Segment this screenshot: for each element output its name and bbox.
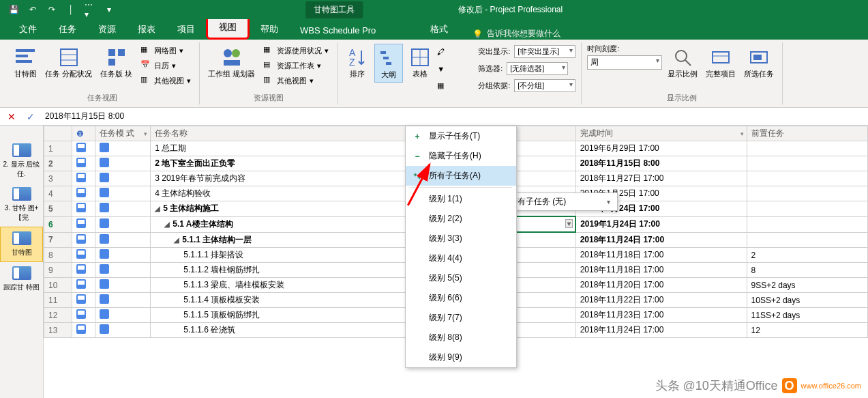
- calendar-button[interactable]: 📅日历▾: [138, 59, 194, 72]
- row-number[interactable]: 3: [44, 171, 72, 186]
- finish-cell[interactable]: 2019年1月24日 17:00: [575, 216, 747, 232]
- chevron-down-icon[interactable]: ▾: [740, 130, 744, 137]
- col-info[interactable]: ❶: [72, 126, 95, 141]
- task-usage-button[interactable]: 任务 分配状况: [42, 44, 95, 81]
- tab-project[interactable]: 项目: [166, 19, 206, 40]
- qat-dropdown-icon[interactable]: ▾: [104, 4, 115, 15]
- menu-level-2[interactable]: 级别 2(2): [406, 209, 516, 229]
- task-name-cell[interactable]: ◢5.1.1 主体结构一层: [151, 232, 427, 248]
- other-views2-button[interactable]: ▥其他视图▾: [260, 74, 331, 87]
- row-number[interactable]: 2: [44, 156, 72, 171]
- col-mode[interactable]: 任务模 式▾: [95, 126, 151, 141]
- group-field[interactable]: ▦分组依据:[不分组]: [437, 79, 575, 92]
- predecessor-cell[interactable]: [747, 171, 867, 186]
- finish-cell[interactable]: 2018年11月15日 8:00: [575, 156, 747, 171]
- predecessor-cell[interactable]: 11SS+2 days: [747, 308, 867, 323]
- row-number[interactable]: 8: [44, 248, 72, 263]
- finish-cell[interactable]: 2018年11月22日 17:00: [575, 293, 747, 308]
- finish-cell[interactable]: 2018年11月24日 17:00: [575, 323, 747, 338]
- entire-project-button[interactable]: 完整项目: [703, 44, 738, 81]
- predecessor-cell[interactable]: [747, 156, 867, 171]
- sidenav-item-tracking[interactable]: 跟踪甘 特图: [0, 262, 43, 296]
- menu-level-7[interactable]: 级别 7(7): [406, 308, 516, 328]
- menu-level-9[interactable]: 级别 9(9): [406, 347, 516, 367]
- menu-hide-subtasks[interactable]: −隐藏子任务(H): [406, 146, 516, 166]
- network-diagram-button[interactable]: ▦网络图▾: [138, 44, 194, 57]
- menu-level-5[interactable]: 级别 5(5): [406, 268, 516, 288]
- finish-cell[interactable]: 2018年11月20日 17:00: [575, 278, 747, 293]
- col-finish[interactable]: 完成时间▾: [575, 126, 747, 141]
- row-number[interactable]: 6: [44, 216, 72, 232]
- predecessor-cell[interactable]: [747, 141, 867, 156]
- row-number[interactable]: 7: [44, 232, 72, 248]
- menu-level-8[interactable]: 级别 8(8): [406, 328, 516, 347]
- save-icon[interactable]: 💾: [8, 4, 19, 15]
- other-views-button[interactable]: ▥其他视图▾: [138, 74, 194, 87]
- task-name-cell[interactable]: ◢5 主体结构施工: [151, 201, 427, 217]
- tell-me-search[interactable]: 💡 告诉我你想要做什么: [473, 28, 560, 40]
- sidenav-item-2[interactable]: 3. 甘特 图+【完: [0, 183, 43, 227]
- gantt-chart-button[interactable]: 甘特图: [11, 44, 40, 81]
- tab-task[interactable]: 任务: [48, 19, 87, 40]
- task-name-cell[interactable]: 2 地下室全面出正负零: [151, 156, 427, 171]
- row-number[interactable]: 13: [44, 323, 72, 338]
- task-name-cell[interactable]: 5.1.1.3 梁底、墙柱模板安装: [151, 278, 427, 293]
- formula-input[interactable]: 2018年11月15日 8:00: [44, 109, 863, 124]
- col-name[interactable]: 任务名称▾: [151, 126, 427, 141]
- row-number[interactable]: 5: [44, 201, 72, 217]
- menu-level-6[interactable]: 级别 6(6): [406, 288, 516, 308]
- tab-format[interactable]: 格式: [419, 19, 459, 40]
- collapse-triangle-icon[interactable]: ◢: [164, 221, 170, 228]
- finish-cell[interactable]: 2018年11月27日 17:00: [575, 171, 747, 186]
- chevron-down-icon[interactable]: ▾: [144, 130, 147, 137]
- sort-button[interactable]: AZ 排序: [343, 44, 372, 81]
- filter-field[interactable]: ▼筛选器:[无筛选器]: [437, 62, 575, 75]
- collapse-triangle-icon[interactable]: ◢: [174, 236, 179, 244]
- finish-cell[interactable]: 2018年11月18日 17:00: [575, 248, 747, 263]
- task-name-cell[interactable]: 4 主体结构验收: [151, 186, 427, 201]
- tab-help[interactable]: 帮助: [250, 19, 289, 40]
- task-name-cell[interactable]: 5.1.1.5 顶板钢筋绑扎: [151, 308, 427, 323]
- finish-cell[interactable]: 2018年11月23日 17:00: [575, 308, 747, 323]
- qat-more-icon[interactable]: ⋯▾: [85, 4, 95, 15]
- tab-resource[interactable]: 资源: [87, 19, 127, 40]
- tables-button[interactable]: 表格: [406, 44, 434, 81]
- row-number[interactable]: 12: [44, 308, 72, 323]
- cancel-icon[interactable]: ✕: [5, 111, 18, 123]
- predecessor-cell[interactable]: 12: [747, 323, 867, 338]
- accept-icon[interactable]: ✓: [25, 111, 37, 123]
- menu-level-3[interactable]: 级别 3(3): [406, 229, 516, 248]
- row-number[interactable]: 11: [44, 293, 72, 308]
- predecessor-cell[interactable]: 10SS+2 days: [747, 293, 867, 308]
- row-number[interactable]: 9: [44, 263, 72, 278]
- menu-show-subtasks[interactable]: +显示子任务(T): [406, 126, 516, 146]
- outline-button[interactable]: 大纲: [374, 44, 403, 83]
- row-number[interactable]: 1: [44, 141, 72, 156]
- task-name-cell[interactable]: ◢5.1 A楼主体结构: [151, 216, 427, 232]
- sidenav-item-gantt[interactable]: 甘特图: [0, 227, 43, 262]
- predecessor-cell[interactable]: 2: [747, 248, 867, 263]
- tab-wbs[interactable]: WBS Schedule Pro: [289, 21, 387, 40]
- timescale-dropdown[interactable]: 周: [587, 55, 662, 70]
- highlight-field[interactable]: 🖍突出显示:[非突出显示]: [437, 45, 575, 58]
- task-name-cell[interactable]: 5.1.1.2 墙柱钢筋绑扎: [151, 263, 427, 278]
- undo-icon[interactable]: ↶: [27, 4, 38, 15]
- finish-cell[interactable]: 2018年11月24日 17:00: [575, 232, 747, 248]
- resource-usage-button[interactable]: ▦资源使用状况▾: [260, 44, 331, 57]
- redo-icon[interactable]: ↷: [46, 4, 57, 15]
- task-name-cell[interactable]: 5.1.1.6 砼浇筑: [151, 323, 427, 338]
- zoom-button[interactable]: 显示比例: [665, 44, 700, 81]
- row-number[interactable]: 10: [44, 278, 72, 293]
- tab-report[interactable]: 报表: [127, 19, 166, 40]
- finish-cell[interactable]: 2018年11月18日 17:00: [575, 263, 747, 278]
- task-name-cell[interactable]: 5.1.1.4 顶板模板安装: [151, 293, 427, 308]
- collapse-triangle-icon[interactable]: ◢: [155, 205, 160, 212]
- task-name-cell[interactable]: 3 2019年春节前完成内容: [151, 171, 427, 186]
- col-rownum[interactable]: [44, 126, 72, 141]
- predecessor-cell[interactable]: [747, 186, 867, 201]
- menu-level-4[interactable]: 级别 4(4): [406, 248, 516, 268]
- predecessor-cell[interactable]: [747, 232, 867, 248]
- task-board-button[interactable]: 任务版 块: [98, 44, 135, 81]
- tab-file[interactable]: 文件: [8, 19, 48, 40]
- row-number[interactable]: 4: [44, 186, 72, 201]
